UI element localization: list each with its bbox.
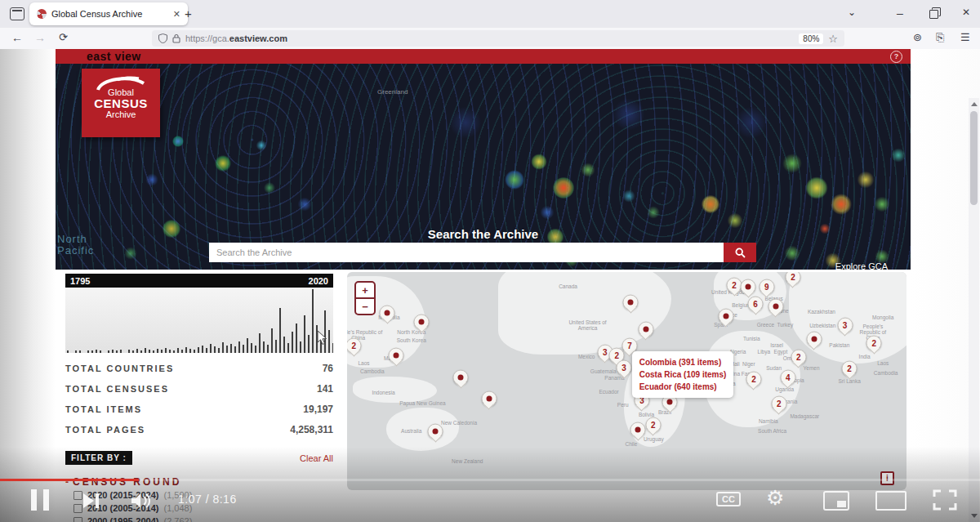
settings-gear-icon[interactable]: ⚙	[766, 486, 784, 510]
map-pin-cluster[interactable]: 3	[837, 318, 853, 333]
timeline-bar	[100, 350, 101, 353]
timeline-bar	[202, 346, 203, 353]
browser-tab[interactable]: Global Census Archive ✕	[29, 2, 188, 25]
timeline-bar	[140, 350, 142, 353]
map-country-label: Tunisia	[743, 336, 760, 341]
video-progress-bar[interactable]	[0, 479, 980, 481]
timeline-bar	[214, 346, 216, 353]
map-pin-cluster[interactable]: 2	[347, 338, 362, 354]
map-country-label: Egypt	[774, 349, 788, 355]
map-pin[interactable]	[638, 322, 653, 337]
map-country-label: Niger	[742, 361, 755, 367]
pause-button[interactable]	[31, 489, 51, 511]
timeline-bar	[108, 350, 109, 353]
map-country-label: Cambodia	[360, 368, 385, 374]
map-pin[interactable]	[718, 309, 733, 324]
forward-icon[interactable]: →	[34, 31, 46, 44]
map-zoom-in-button[interactable]: +	[356, 283, 374, 299]
tab-title: Global Census Archive	[51, 9, 168, 19]
map-country-label: Chile	[626, 440, 638, 446]
bookmark-star-icon[interactable]: ☆	[828, 33, 838, 45]
landmass	[386, 408, 459, 451]
timeline-bar	[308, 335, 310, 353]
pocket-icon[interactable]: ⊚	[913, 31, 922, 43]
new-tab-button[interactable]: +	[185, 7, 192, 20]
map-pin-cluster[interactable]: 2	[785, 272, 800, 285]
timeline-bar	[238, 341, 240, 353]
menu-hamburger-icon[interactable]: ☰	[960, 31, 970, 43]
video-progress-fill	[0, 479, 139, 481]
theater-mode-button[interactable]	[875, 491, 906, 511]
captions-button[interactable]: CC	[716, 492, 741, 506]
next-button[interactable]	[82, 491, 101, 511]
globe-icon	[93, 72, 149, 93]
explore-gca-link[interactable]: Explore GCA	[835, 261, 888, 270]
timeline-bar	[271, 328, 273, 353]
reload-icon[interactable]: ⟳	[59, 31, 68, 43]
map-pin-cluster[interactable]: 6	[748, 297, 764, 312]
checkbox[interactable]	[74, 517, 82, 522]
search-input[interactable]	[209, 243, 724, 262]
search-button[interactable]	[724, 243, 756, 262]
map-pin-cluster[interactable]: 2	[842, 360, 858, 376]
window-minimize-button[interactable]: –	[897, 7, 903, 20]
page-zoom-indicator[interactable]: 80%	[799, 33, 823, 44]
filter-by-badge: FILTER BY :	[65, 451, 132, 465]
interactive-map[interactable]: CambodiaIndonesiaPapua New GuineaAustral…	[347, 272, 906, 490]
scrollbar-thumb[interactable]	[970, 111, 978, 205]
timeline-bar	[287, 343, 289, 353]
miniplayer-button[interactable]	[823, 491, 849, 511]
stat-row: TOTAL PAGES 4,258,311	[65, 419, 333, 439]
volume-icon[interactable]	[131, 492, 152, 510]
map-pin[interactable]	[741, 279, 756, 295]
map-pin[interactable]	[453, 369, 469, 385]
map-pin-cluster[interactable]: 2	[791, 350, 806, 365]
map-pin[interactable]	[768, 299, 783, 315]
help-icon[interactable]: ?	[890, 51, 902, 63]
map-pin[interactable]	[428, 424, 443, 439]
map-pin[interactable]	[481, 391, 497, 407]
back-icon[interactable]: ←	[11, 31, 23, 44]
map-pin[interactable]	[380, 306, 395, 321]
map-country-label: Papua New Guinea	[399, 400, 445, 406]
map-country-label: Laos	[358, 359, 369, 365]
map-pin-cluster[interactable]: 2	[645, 417, 661, 433]
map-pin[interactable]	[630, 422, 646, 438]
map-pin-cluster[interactable]: 4	[780, 370, 795, 386]
fullscreen-button[interactable]	[933, 489, 957, 511]
map-zoom-out-button[interactable]: −	[356, 299, 374, 314]
map-pin[interactable]	[623, 295, 639, 310]
map-pin[interactable]	[389, 348, 404, 364]
map-pin-cluster[interactable]: 2	[771, 395, 786, 411]
window-close-button[interactable]: ✕	[962, 7, 970, 18]
map-pin[interactable]	[414, 315, 430, 330]
save-page-icon[interactable]: ⎘	[936, 31, 944, 44]
browser-scrollbar[interactable]	[969, 98, 979, 522]
gca-logo-badge[interactable]: Global CENSUS Archive	[82, 69, 160, 137]
filter-option-count: (2,762)	[163, 516, 192, 522]
eastview-brand-logo[interactable]: east view	[87, 50, 141, 63]
scroll-up-icon[interactable]	[971, 102, 978, 106]
clear-all-link[interactable]: Clear All	[300, 453, 333, 463]
map-pin[interactable]	[806, 332, 822, 347]
tab-close-icon[interactable]: ✕	[173, 9, 180, 20]
landmass	[498, 272, 671, 355]
map-pin-cluster[interactable]: 2	[866, 336, 882, 351]
tab-list-chevron-icon[interactable]: ⌄	[848, 7, 856, 18]
window-restore-button[interactable]	[929, 10, 938, 19]
shield-icon[interactable]	[158, 33, 167, 43]
map-country-label: Yemen	[804, 365, 820, 371]
timeline-widget[interactable]: 1795 2020	[65, 274, 333, 353]
map-pin-cluster[interactable]: 2	[746, 372, 761, 387]
url-bar[interactable]: https://gca.eastview.com 80% ☆	[152, 30, 844, 47]
map-pin-cluster[interactable]: 2	[727, 277, 742, 292]
map-tooltip-line: Colombia (391 items)	[639, 356, 727, 368]
stat-row: TOTAL ITEMS 19,197	[65, 399, 333, 419]
filter-option-row[interactable]: 2000 (1995-2004)(2,762)	[74, 515, 333, 522]
map-pin-cluster[interactable]: 9	[759, 279, 774, 295]
firefox-view-icon[interactable]	[10, 7, 24, 20]
timeline-histogram[interactable]	[65, 288, 333, 353]
map-pin-cluster[interactable]: 3	[617, 360, 632, 376]
map-country-label: South Africa	[758, 427, 786, 433]
timeline-bar	[173, 350, 175, 353]
